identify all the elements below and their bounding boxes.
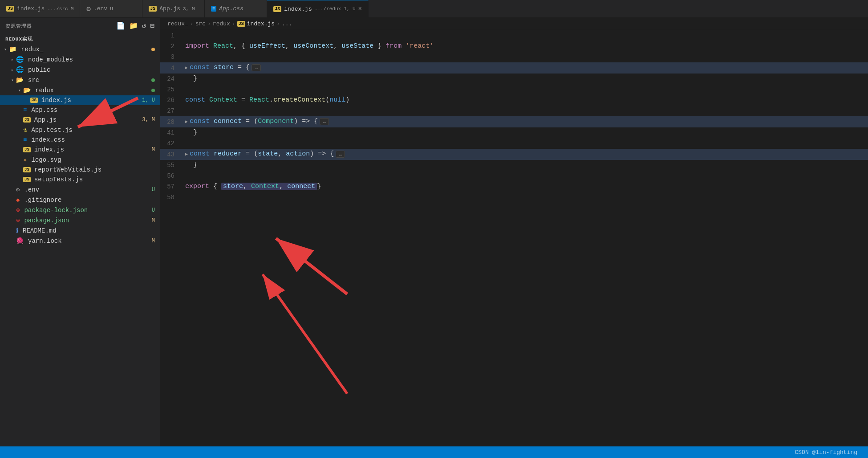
close-icon[interactable]: × <box>358 5 362 12</box>
tree-item-redux[interactable]: ▾ 📁 redux_ <box>0 44 160 54</box>
line-content <box>183 52 868 62</box>
tree-item-index-js-redux[interactable]: JS index.js 1, U <box>0 95 160 105</box>
tab-badge: M <box>71 6 74 12</box>
css-icon: ≡ <box>211 6 216 12</box>
line-number: 1 <box>160 30 183 41</box>
file-badge: M <box>152 147 160 153</box>
code-line-1: 1 <box>160 30 868 41</box>
breadcrumb-part: redux_ <box>167 20 188 27</box>
line-content: ▶const connect = (Component) => {… <box>183 116 868 127</box>
sidebar-header: 资源管理器 📄 📁 ↺ ⊟ <box>0 18 160 34</box>
tab-label: App.css <box>219 5 243 12</box>
line-number: 4 <box>160 63 183 74</box>
tree-item-app-test[interactable]: ⚗ App.test.js <box>0 125 160 135</box>
breadcrumb-part: ... <box>282 20 292 27</box>
line-content: import React, { useEffect, useContext, u… <box>183 41 868 52</box>
tab-index-js-redux[interactable]: JS index.js .../redux 1, U × <box>267 0 369 17</box>
status-dot <box>151 48 155 51</box>
js-icon: JS <box>23 147 31 152</box>
line-number: 41 <box>160 127 183 138</box>
file-name: App.test.js <box>29 127 160 134</box>
code-line-56: 56 <box>160 171 868 181</box>
tree-item-gitignore[interactable]: ◆ .gitignore <box>0 195 160 205</box>
line-number: 27 <box>160 106 183 116</box>
file-name: .env <box>22 186 151 193</box>
code-line-41: 41 } <box>160 127 868 138</box>
line-content: export { store, Context, connect} <box>183 181 868 192</box>
breadcrumb-separator: › <box>207 20 211 27</box>
tab-app-js[interactable]: JS App.js 3, M <box>142 0 205 17</box>
tree-item-app-js[interactable]: JS App.js 3, M <box>0 115 160 125</box>
tab-index-js-src[interactable]: JS index.js .../src M <box>0 0 80 17</box>
file-badge: 3, M <box>142 117 160 123</box>
file-badge: U <box>152 207 160 213</box>
breadcrumb-part: index.js <box>247 20 275 27</box>
code-line-58: 58 <box>160 192 868 203</box>
status-dot <box>151 78 155 82</box>
code-editor[interactable]: 1 2 import React, { useEffect, useContex… <box>160 30 868 446</box>
collapse-icon[interactable]: ⊟ <box>150 21 155 30</box>
code-line-26: 26 const Context = React.createContext(n… <box>160 95 868 106</box>
tab-label: App.js <box>159 5 180 12</box>
tree-item-app-css[interactable]: ≡ App.css <box>0 105 160 115</box>
new-folder-icon[interactable]: 📁 <box>129 21 138 30</box>
line-content: } <box>183 127 868 138</box>
chevron-down-icon: ▾ <box>16 88 23 93</box>
js-icon: JS <box>30 98 38 103</box>
chevron-down-icon: ▾ <box>9 78 16 83</box>
line-number: 55 <box>160 160 183 171</box>
tab-app-css[interactable]: ≡ App.css <box>205 0 267 17</box>
tree-item-setup-tests[interactable]: JS setupTests.js <box>0 175 160 184</box>
tab-path: .../redux <box>315 6 341 12</box>
tree-item-package-json[interactable]: ⊛ package.json M <box>0 215 160 225</box>
tree-item-readme[interactable]: ℹ README.md <box>0 225 160 236</box>
file-name: package-lock.json <box>22 207 151 214</box>
tree-item-src[interactable]: ▾ 📂 src <box>0 75 160 85</box>
line-number: 28 <box>160 117 183 127</box>
new-file-icon[interactable]: 📄 <box>116 21 126 30</box>
line-number: 56 <box>160 171 183 181</box>
tab-badge: 1, U <box>344 6 355 12</box>
file-name: App.css <box>29 106 160 114</box>
status-dot <box>151 89 155 92</box>
code-line-24: 24 } <box>160 74 868 84</box>
tree-item-yarn-lock[interactable]: 🧶 yarn.lock M <box>0 236 160 246</box>
npm-icon: ⊛ <box>16 206 20 214</box>
file-name: App.js <box>32 116 142 123</box>
tree-item-public[interactable]: ▸ 🌐 public <box>0 65 160 75</box>
code-line-43: 43 ▶const reducer = (state, action) => {… <box>160 149 868 160</box>
file-name: package.json <box>22 217 151 224</box>
tree-item-index-css[interactable]: ≡ index.css <box>0 135 160 145</box>
tree-item-node-modules[interactable]: ▸ 🌐 node_modules <box>0 54 160 65</box>
env-icon: ⚙ <box>16 186 20 193</box>
js-icon: JS <box>23 117 31 123</box>
yarn-icon: 🧶 <box>16 237 24 245</box>
git-icon: ◆ <box>16 196 20 204</box>
line-content <box>183 138 868 149</box>
tree-item-logo-svg[interactable]: ✦ logo.svg <box>0 155 160 165</box>
file-name: README.md <box>21 227 160 234</box>
file-badge: M <box>152 217 160 224</box>
folder-name: redux_ <box>19 46 151 53</box>
file-tree: ▾ 📁 redux_ ▸ 🌐 node_modules ▸ 🌐 public ▾… <box>0 44 160 446</box>
refresh-icon[interactable]: ↺ <box>142 21 147 30</box>
globe-icon: 🌐 <box>16 56 24 63</box>
tree-item-index-js-src[interactable]: JS index.js M <box>0 145 160 155</box>
tab-env[interactable]: ⚙ .env U <box>80 0 142 17</box>
tree-item-package-lock[interactable]: ⊛ package-lock.json U <box>0 205 160 215</box>
folder-open-icon: 📂 <box>23 86 31 94</box>
line-content <box>183 106 868 116</box>
line-content: ▶const store = {… <box>183 62 868 74</box>
js-icon: JS <box>6 6 14 12</box>
tree-item-report-web-vitals[interactable]: JS reportWebVitals.js <box>0 165 160 175</box>
breadcrumb-separator: › <box>276 20 280 27</box>
tab-badge: 3, M <box>183 6 195 12</box>
line-content: } <box>183 160 868 171</box>
code-line-4: 4 ▶const store = {… <box>160 62 868 74</box>
tree-item-redux-folder[interactable]: ▾ 📂 redux <box>0 85 160 95</box>
js-icon: JS <box>23 177 31 182</box>
folder-name: redux <box>33 87 151 94</box>
line-content: } <box>183 74 868 84</box>
tree-item-env[interactable]: ⚙ .env U <box>0 184 160 195</box>
file-name: .gitignore <box>22 196 160 204</box>
